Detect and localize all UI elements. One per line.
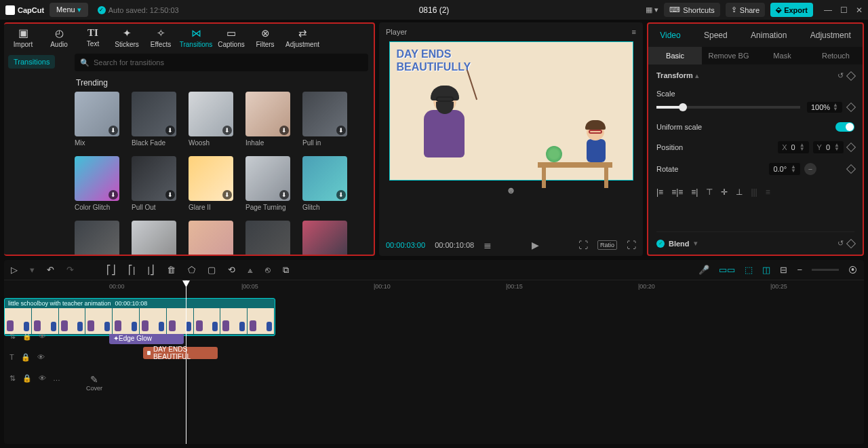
keyframe-icon[interactable]: [846, 239, 856, 248]
insp-tab-speed[interactable]: Speed: [704, 31, 728, 40]
tab-text[interactable]: TIText: [76, 27, 110, 48]
align-left-icon[interactable]: |≡: [656, 187, 663, 197]
insp-tab-adjustment[interactable]: Adjustment: [810, 31, 851, 40]
align-center-h-icon[interactable]: ≡|≡: [671, 187, 683, 197]
snap-icon[interactable]: ◫: [762, 265, 770, 275]
transition-thumb[interactable]: ⬇Pull Out: [132, 156, 176, 211]
menu-button[interactable]: Menu ▾: [50, 3, 88, 17]
rotate-dial-icon[interactable]: −: [804, 163, 816, 175]
insp-tab-animation[interactable]: Animation: [751, 31, 787, 40]
rect-icon[interactable]: ▢: [208, 265, 216, 275]
cover-button[interactable]: ✎Cover: [84, 374, 104, 392]
download-icon[interactable]: ⬇: [336, 190, 346, 200]
transition-thumb[interactable]: ⬇: [245, 221, 290, 255]
transition-thumb[interactable]: ⬇: [75, 221, 119, 255]
minimize-button[interactable]: —: [824, 5, 832, 15]
transition-thumb[interactable]: ⬇Black Fade: [132, 92, 176, 147]
timeline-ruler[interactable]: 00:00|00:05|00:10|00:15|00:20|00:25: [4, 280, 864, 294]
position-x-input[interactable]: X0▲▼: [778, 141, 808, 153]
download-icon[interactable]: ⬇: [222, 190, 232, 200]
download-icon[interactable]: ⬇: [108, 126, 118, 135]
preview-icon[interactable]: ⊟: [780, 265, 787, 275]
tab-filters[interactable]: ⊗Filters: [248, 27, 282, 48]
download-icon[interactable]: ⬇: [279, 126, 289, 135]
fullscreen-icon[interactable]: ⛶: [627, 240, 636, 250]
share-button[interactable]: ⇪Share: [726, 3, 765, 17]
scale-slider[interactable]: [656, 106, 800, 109]
download-icon[interactable]: ⬇: [108, 190, 118, 200]
tab-adjustment[interactable]: ⇄Adjustment: [282, 27, 323, 48]
transition-thumb[interactable]: ⬇Glitch: [302, 156, 347, 211]
shortcuts-button[interactable]: ⌨Shortcuts: [664, 3, 719, 17]
import-button[interactable]: ▣Import: [4, 26, 42, 48]
tab-effects[interactable]: ✧Effects: [144, 27, 178, 48]
preview-canvas[interactable]: DAY ENDSBEAUTIFULLY: [389, 41, 633, 181]
subtab-retouch[interactable]: Retouch: [809, 47, 863, 64]
transition-thumb[interactable]: ⬇Glare II: [189, 156, 233, 211]
blend-row[interactable]: ✓Blend ▾ ↺: [656, 231, 854, 248]
zoom-out-icon[interactable]: −: [797, 265, 802, 275]
transition-thumb[interactable]: ⬇: [132, 221, 176, 255]
close-button[interactable]: ✕: [856, 5, 863, 15]
align-center-v-icon[interactable]: ✛: [721, 187, 728, 197]
zoom-in-icon[interactable]: ⦿: [848, 265, 857, 275]
play-button[interactable]: ▶: [532, 240, 539, 250]
transform-header[interactable]: Transform ▴ ↺: [656, 71, 854, 80]
link-icon[interactable]: ⬚: [745, 265, 753, 275]
split-right-icon[interactable]: |⎦: [147, 265, 154, 275]
layout-icon[interactable]: ▦ ▾: [646, 5, 658, 14]
list-icon[interactable]: ≣: [484, 240, 492, 250]
align-bottom-icon[interactable]: ⊥: [736, 187, 743, 197]
undo-icon[interactable]: ↶: [47, 265, 54, 275]
subtab-mask[interactable]: Mask: [755, 47, 809, 64]
magnet-icon[interactable]: ▭▭: [719, 265, 735, 275]
uniform-scale-toggle[interactable]: [835, 122, 854, 132]
transition-thumb[interactable]: ⬇Mix: [75, 92, 119, 147]
split-left-icon[interactable]: ⎡|: [128, 265, 135, 275]
tab-audio[interactable]: ◴Audio: [42, 27, 76, 48]
reset-icon[interactable]: ↺: [837, 239, 844, 248]
download-icon[interactable]: ⬇: [279, 190, 289, 200]
reset-icon[interactable]: ↺: [837, 71, 844, 80]
transition-thumb[interactable]: ⬇Inhale: [245, 92, 290, 147]
tab-transitions[interactable]: ⋈Transitions: [178, 27, 214, 48]
pointer-tool-icon[interactable]: ▷: [11, 265, 18, 275]
keyframe-icon[interactable]: [846, 102, 856, 112]
redo-icon[interactable]: ↷: [66, 265, 74, 275]
scale-value[interactable]: 100%▲▼: [807, 102, 842, 113]
subtab-basic[interactable]: Basic: [648, 47, 702, 64]
split-icon[interactable]: ⎡⎦: [106, 265, 116, 275]
download-icon[interactable]: ⬇: [336, 126, 346, 135]
mirror-icon[interactable]: ⟁: [248, 265, 253, 275]
maximize-button[interactable]: ☐: [840, 5, 848, 15]
keyframe-icon[interactable]: [846, 71, 856, 81]
timeline-tracks[interactable]: ⇅🔒👁 T🔒👁 ⇅🔒👁… ✎Cover ✦ Edge Glow DAY ENDS…: [4, 294, 864, 444]
transition-thumb[interactable]: ⬇Pull in: [302, 92, 347, 147]
freeze-icon[interactable]: ⎋: [265, 265, 271, 275]
search-input[interactable]: 🔍Search for transitions: [75, 54, 368, 71]
sidebar-transitions[interactable]: Transitions: [8, 55, 55, 69]
delete-icon[interactable]: 🗑: [167, 265, 176, 275]
transition-thumb[interactable]: ⬇: [302, 221, 347, 255]
transition-thumb[interactable]: ⬇Page Turning: [245, 156, 290, 211]
crop-icon[interactable]: ⧉: [283, 265, 289, 276]
ratio-button[interactable]: Ratio: [597, 240, 617, 250]
transition-thumb[interactable]: ⬇: [189, 221, 233, 255]
mic-icon[interactable]: 🎤: [698, 265, 709, 275]
tab-captions[interactable]: ▭Captions: [214, 27, 248, 48]
text-clip[interactable]: DAY ENDS BEAUTIFUL: [143, 347, 218, 359]
player-menu-icon[interactable]: ≡: [632, 28, 636, 36]
align-right-icon[interactable]: ≡|: [691, 187, 698, 197]
transition-thumb[interactable]: ⬇Woosh: [189, 92, 233, 147]
playhead[interactable]: [186, 280, 186, 294]
download-icon[interactable]: ⬇: [165, 126, 175, 135]
scan-icon[interactable]: ⛶: [578, 240, 588, 250]
position-y-input[interactable]: Y0▲▼: [813, 141, 844, 153]
tab-stickers[interactable]: ✦Stickers: [110, 27, 144, 48]
insp-tab-video[interactable]: Video: [660, 31, 680, 40]
transition-thumb[interactable]: ⬇Color Glitch: [75, 156, 119, 211]
keyframe-icon[interactable]: [846, 143, 856, 152]
align-top-icon[interactable]: ⊤: [706, 187, 713, 197]
subtab-removebg[interactable]: Remove BG: [702, 47, 755, 64]
keyframe-icon[interactable]: [846, 164, 856, 174]
